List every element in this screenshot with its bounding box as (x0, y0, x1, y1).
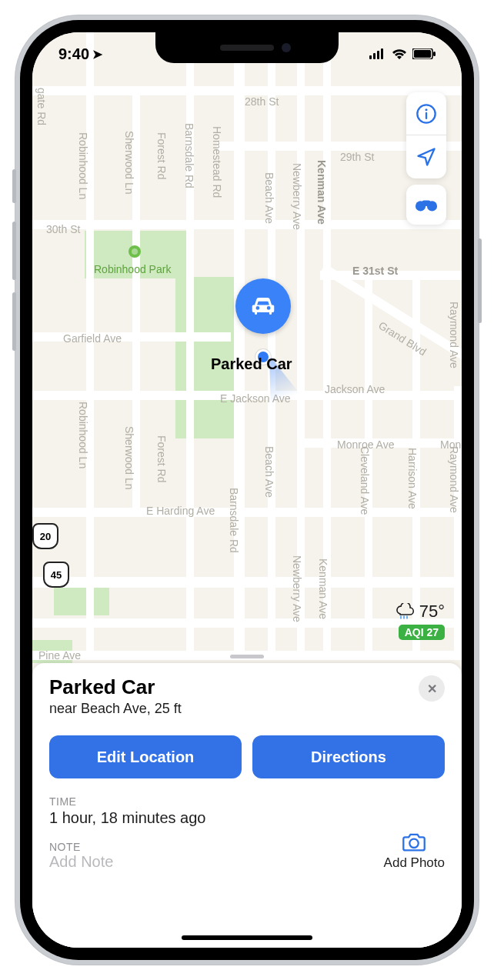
street-label: Barnsdale Rd (228, 488, 240, 553)
add-note-field[interactable]: Add Note (49, 853, 205, 871)
close-button[interactable]: ✕ (419, 675, 445, 702)
svg-rect-6 (433, 52, 436, 56)
battery-icon (412, 48, 436, 59)
street-label: 29th St (340, 151, 374, 163)
svg-rect-2 (377, 51, 379, 59)
svg-point-10 (425, 108, 427, 111)
info-button[interactable] (406, 92, 446, 135)
street-label: Kenman Ave (315, 160, 328, 225)
home-indicator[interactable] (182, 935, 312, 940)
road (32, 508, 462, 517)
svg-rect-3 (381, 48, 383, 59)
svg-rect-5 (414, 50, 431, 58)
road (32, 220, 462, 229)
svg-point-15 (410, 839, 419, 848)
volume-up (12, 222, 16, 280)
street-label: E 31st St (352, 265, 398, 277)
road (32, 577, 462, 588)
park-area (54, 586, 109, 615)
route-shield: 45 (43, 562, 69, 588)
street-label: Raymond Ave (448, 446, 460, 513)
sheet-title: Parked Car (49, 675, 182, 699)
svg-rect-0 (369, 55, 372, 59)
road (32, 332, 231, 342)
svg-rect-14 (422, 200, 430, 206)
svg-point-8 (132, 248, 138, 255)
notch (155, 32, 339, 63)
sheet-subtitle: near Beach Ave, 25 ft (49, 701, 182, 717)
directions-button[interactable]: Directions (252, 735, 445, 778)
locate-me-button[interactable] (406, 135, 446, 178)
camera-icon (402, 831, 426, 852)
street-label: Jackson Ave (325, 383, 385, 395)
map-tools (406, 92, 446, 178)
add-photo-label: Add Photo (384, 855, 445, 870)
svg-rect-1 (373, 53, 376, 59)
time-label: TIME (49, 795, 205, 808)
street-label: Kenman Ave (317, 558, 329, 619)
street-label: 30th St (46, 223, 80, 235)
road (454, 386, 462, 655)
power-button (478, 238, 482, 323)
cloud-rain-icon (395, 603, 415, 620)
note-label: NOTE (49, 841, 205, 853)
sheet-grabber[interactable] (230, 655, 264, 658)
svg-rect-11 (426, 112, 427, 118)
add-photo-button[interactable]: Add Photo (384, 831, 445, 871)
street-label: Forest Rd (155, 435, 168, 482)
street-label: Homestead Rd (211, 126, 223, 198)
street-label: Barnsdale Rd (183, 123, 195, 188)
marker-label: Parked Car (211, 355, 292, 373)
binoculars-icon (415, 196, 438, 213)
street-label: Newberry Ave (291, 163, 303, 230)
street-label: Garfield Ave (63, 332, 122, 345)
street-label: Pine Ave (38, 649, 81, 662)
volume-down (12, 292, 16, 351)
weather-temp: 75° (419, 602, 445, 622)
route-shield: 20 (32, 523, 58, 549)
bottom-sheet[interactable]: Parked Car near Beach Ave, 25 ft ✕ Edit … (32, 663, 462, 948)
info-icon (416, 103, 437, 125)
location-services-icon: ➤ (92, 47, 102, 62)
wifi-icon (391, 48, 408, 60)
street-label: Beach Ave (263, 446, 275, 498)
time-value: 1 hour, 18 minutes ago (49, 809, 205, 827)
street-label: Robinhood Ln (77, 132, 89, 199)
cellular-icon (369, 48, 386, 59)
street-label: Sherwood Ln (123, 426, 135, 490)
street-label: Forest Rd (155, 132, 168, 179)
phone-frame: 9:40 ➤ (15, 15, 479, 965)
park-label: Robinhood Park (94, 263, 171, 275)
look-around-button[interactable] (406, 185, 446, 225)
car-icon (249, 292, 278, 321)
street-label: Sherwood Ln (123, 131, 135, 195)
road (32, 86, 462, 95)
street-label: Robinhood Ln (77, 402, 89, 468)
road (234, 32, 245, 655)
parked-car-marker[interactable] (235, 278, 291, 334)
screen: 9:40 ➤ (32, 32, 462, 948)
street-label: E Harding Ave (146, 505, 215, 517)
street-label: Harrison Ave (406, 448, 419, 509)
close-icon: ✕ (427, 682, 437, 696)
tree-icon (128, 245, 142, 258)
edit-location-button[interactable]: Edit Location (49, 735, 242, 778)
weather-widget[interactable]: 75° AQI 27 (395, 602, 445, 640)
aqi-badge: AQI 27 (399, 625, 445, 640)
mute-switch (12, 169, 16, 203)
street-label: Beach Ave (263, 172, 275, 224)
street-label: Newberry Ave (291, 555, 303, 622)
road (268, 32, 275, 655)
street-label: Cleveland Ave (359, 446, 371, 515)
status-time: 9:40 (58, 45, 89, 63)
location-arrow-icon (416, 146, 437, 168)
speaker (220, 45, 274, 51)
street-label: gate Rd (35, 88, 48, 125)
street-label: 28th St (245, 95, 279, 108)
street-label: Raymond Ave (448, 302, 460, 368)
front-camera (282, 43, 291, 52)
